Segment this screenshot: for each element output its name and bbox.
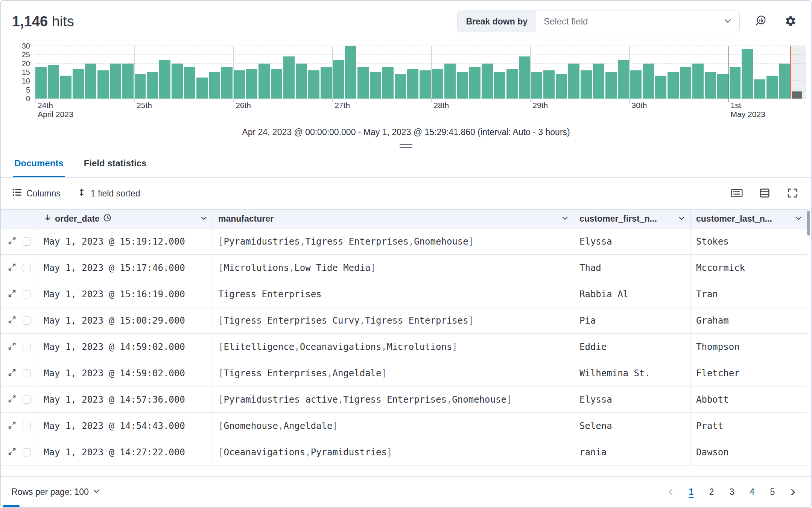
histogram-bar[interactable]	[135, 74, 146, 99]
histogram-bar[interactable]	[296, 64, 307, 99]
expand-row-button[interactable]	[7, 315, 17, 326]
row-checkbox[interactable]	[23, 369, 31, 377]
previous-page-button[interactable]	[663, 484, 679, 501]
histogram-bar[interactable]	[73, 69, 84, 99]
page-3-button[interactable]: 3	[724, 484, 740, 501]
display-options-button[interactable]	[757, 187, 772, 200]
histogram-bar[interactable]	[283, 56, 295, 99]
row-checkbox[interactable]	[23, 448, 31, 456]
histogram-bar[interactable]	[705, 72, 716, 99]
histogram-bar[interactable]	[630, 70, 642, 99]
page-1-button[interactable]: 1	[683, 484, 699, 501]
expand-row-button[interactable]	[7, 447, 17, 458]
histogram-bar[interactable]	[357, 67, 369, 99]
histogram-bar[interactable]	[494, 72, 505, 99]
row-checkbox[interactable]	[23, 395, 31, 404]
page-4-button[interactable]: 4	[744, 484, 760, 501]
histogram-bar[interactable]	[605, 72, 617, 99]
fullscreen-button[interactable]	[785, 187, 800, 200]
row-checkbox[interactable]	[23, 316, 31, 325]
chart-options-button[interactable]	[781, 12, 800, 31]
histogram-bar[interactable]	[680, 67, 691, 99]
histogram-bar[interactable]	[643, 64, 654, 99]
histogram-bar[interactable]	[271, 69, 282, 99]
histogram-bar[interactable]	[754, 79, 765, 99]
breakdown-field-select[interactable]: Select field	[536, 11, 739, 32]
histogram-bar[interactable]	[122, 64, 134, 99]
histogram-bar[interactable]	[370, 72, 381, 99]
histogram-bar[interactable]	[35, 67, 47, 99]
histogram-bar[interactable]	[407, 69, 418, 99]
histogram-bar[interactable]	[395, 74, 406, 99]
histogram-bar[interactable]	[246, 69, 257, 99]
histogram-bar[interactable]	[581, 70, 592, 99]
histogram-bar[interactable]	[432, 69, 443, 99]
header-cell-customer_last_name[interactable]: customer_last_n...	[691, 210, 807, 228]
histogram-bar[interactable]	[259, 64, 270, 99]
histogram-bar[interactable]	[779, 64, 790, 99]
column-menu-chevron-icon[interactable]	[795, 214, 802, 224]
histogram-bar[interactable]	[618, 60, 629, 99]
histogram-bar[interactable]	[196, 78, 208, 99]
header-cell-manufacturer[interactable]: manufacturer	[213, 210, 574, 228]
histogram-bar[interactable]	[172, 64, 183, 99]
keyboard-shortcuts-button[interactable]	[729, 187, 744, 200]
histogram-bar[interactable]	[444, 64, 456, 99]
expand-row-button[interactable]	[7, 342, 17, 352]
row-checkbox[interactable]	[23, 264, 31, 272]
expand-row-button[interactable]	[7, 368, 17, 379]
histogram-plot[interactable]	[35, 46, 806, 99]
vertical-scrollbar-thumb[interactable]	[807, 211, 810, 236]
row-checkbox[interactable]	[23, 237, 31, 246]
histogram-bar[interactable]	[469, 67, 481, 99]
expand-row-button[interactable]	[7, 236, 17, 247]
page-2-button[interactable]: 2	[704, 484, 719, 501]
header-cell-order_date[interactable]: order_date	[38, 210, 213, 228]
histogram-bar[interactable]	[321, 67, 332, 99]
histogram-bar[interactable]	[556, 74, 567, 99]
histogram-bar[interactable]	[147, 72, 158, 99]
histogram-bar[interactable]	[60, 76, 71, 99]
column-menu-chevron-icon[interactable]	[200, 214, 207, 224]
histogram-bar[interactable]	[234, 70, 245, 99]
histogram-bar[interactable]	[655, 76, 666, 99]
histogram-bar[interactable]	[333, 60, 344, 99]
header-cell-customer_first_name[interactable]: customer_first_n...	[574, 210, 691, 228]
histogram-bar[interactable]	[568, 64, 579, 99]
columns-button[interactable]: Columns	[12, 187, 61, 199]
expand-row-button[interactable]	[7, 289, 17, 300]
tab-field-statistics[interactable]: Field statistics	[82, 156, 148, 177]
histogram-bar[interactable]	[519, 56, 530, 99]
column-menu-chevron-icon[interactable]	[561, 214, 569, 224]
histogram-bar[interactable]	[506, 69, 518, 99]
histogram-bar[interactable]	[766, 76, 778, 99]
edit-visualization-button[interactable]	[751, 12, 770, 31]
histogram-bar[interactable]	[742, 49, 753, 99]
histogram-bar[interactable]	[159, 60, 170, 99]
histogram-bar[interactable]	[184, 67, 195, 99]
horizontal-scrollbar-thumb[interactable]	[3, 505, 20, 507]
histogram-bar[interactable]	[531, 72, 543, 99]
row-checkbox[interactable]	[23, 290, 31, 298]
histogram-bar[interactable]	[457, 72, 468, 99]
expand-row-button[interactable]	[7, 394, 17, 405]
histogram-bar[interactable]	[730, 67, 741, 99]
histogram-bar[interactable]	[482, 64, 493, 99]
histogram-bar[interactable]	[97, 70, 109, 99]
histogram-bar[interactable]	[85, 64, 96, 99]
expand-row-button[interactable]	[7, 421, 17, 431]
next-page-button[interactable]	[785, 484, 801, 501]
histogram-bar[interactable]	[668, 72, 679, 99]
histogram-bar[interactable]	[420, 70, 431, 99]
panel-resize-handle[interactable]	[400, 144, 412, 148]
row-checkbox[interactable]	[23, 343, 31, 351]
expand-row-button[interactable]	[7, 263, 17, 273]
page-5-button[interactable]: 5	[765, 484, 780, 501]
tab-documents[interactable]: Documents	[13, 156, 65, 177]
histogram-bar[interactable]	[692, 64, 704, 99]
row-checkbox[interactable]	[23, 422, 31, 430]
histogram-bar[interactable]	[382, 67, 394, 99]
histogram-bar[interactable]	[345, 46, 356, 99]
rows-per-page-button[interactable]: Rows per page: 100	[11, 487, 100, 497]
histogram-bar[interactable]	[221, 67, 233, 99]
